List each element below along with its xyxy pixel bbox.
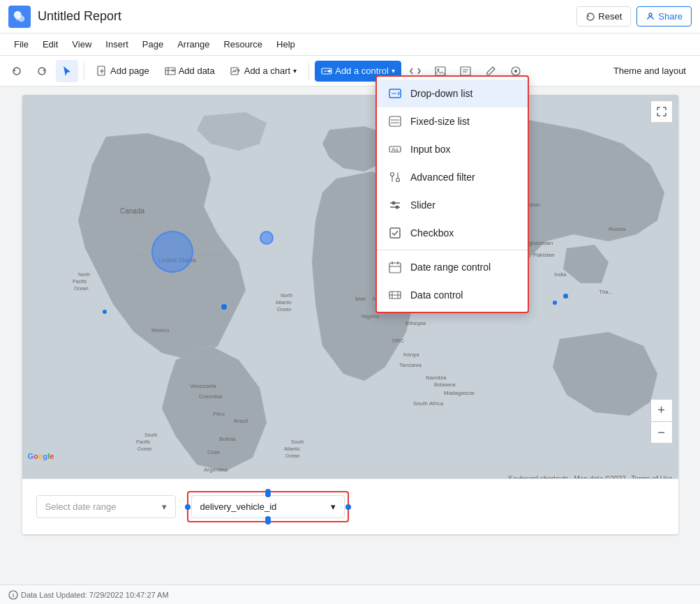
menu-resource[interactable]: Resource — [218, 36, 268, 52]
svg-text:Atlantic: Atlantic — [276, 300, 292, 305]
reset-icon — [586, 12, 595, 22]
menu-view[interactable]: View — [66, 36, 97, 52]
map-dot-3 — [553, 301, 557, 305]
svg-text:Venezuela: Venezuela — [190, 383, 216, 389]
svg-text:South: South — [291, 439, 304, 444]
date-range-arrow: ▾ — [162, 501, 167, 512]
add-data-button[interactable]: Add data — [158, 61, 221, 82]
svg-point-71 — [391, 173, 394, 176]
expand-icon — [656, 106, 667, 117]
anchor-left — [185, 504, 191, 510]
undo-button[interactable] — [6, 60, 28, 82]
menu-item-advanced-filter[interactable]: Advanced filter — [377, 163, 528, 191]
fixed-size-list-icon — [388, 114, 402, 128]
add-chart-dropdown-arrow: ▾ — [293, 67, 297, 75]
svg-point-10 — [437, 68, 439, 70]
svg-text:Pacific: Pacific — [73, 279, 87, 284]
map-expand-button[interactable] — [650, 100, 673, 123]
menu-file[interactable]: File — [8, 36, 34, 52]
select-tool-button[interactable] — [56, 60, 78, 82]
menu-item-dropdown-list[interactable]: Drop-down list — [377, 80, 528, 107]
svg-text:Brazil: Brazil — [234, 418, 248, 424]
svg-text:Mexico: Mexico — [151, 327, 170, 333]
map-dot-2 — [103, 310, 107, 314]
svg-point-72 — [396, 179, 400, 182]
menu-bar: File Edit View Insert Page Arrange Resou… — [0, 33, 700, 56]
menu-divider — [377, 250, 528, 250]
menu-page[interactable]: Page — [137, 36, 169, 52]
undo-icon — [10, 65, 23, 77]
redo-button[interactable] — [31, 60, 53, 82]
checkbox-svg-icon — [389, 227, 401, 239]
map-dot-4 — [563, 294, 568, 299]
svg-rect-5 — [165, 68, 175, 75]
svg-rect-77 — [390, 228, 400, 238]
menu-item-fixed-list[interactable]: Fixed-size list — [377, 107, 528, 135]
svg-point-13 — [514, 70, 517, 73]
svg-text:Colombia: Colombia — [199, 393, 223, 400]
zoom-in-button[interactable]: + — [650, 399, 673, 421]
canvas: Canada United States Mexico North Pacifi… — [22, 95, 678, 534]
add-page-button[interactable]: Add page — [90, 61, 156, 82]
theme-layout-button[interactable]: Theme and layout — [605, 61, 694, 80]
data-control-icon — [388, 288, 402, 302]
svg-text:DRC: DRC — [392, 338, 405, 344]
menu-item-checkbox[interactable]: Checkbox — [377, 219, 528, 247]
map-zoom-controls: + − — [650, 399, 673, 444]
add-control-dropdown-menu: Drop-down list Fixed-size list Aa Input … — [375, 75, 529, 313]
svg-text:Tha...: Tha... — [599, 289, 613, 295]
svg-text:Botswana: Botswana — [434, 382, 456, 387]
svg-rect-65 — [389, 116, 401, 126]
advanced-filter-icon — [388, 170, 402, 184]
delivery-control-wrapper: delivery_vehicle_id ▾ — [187, 491, 349, 522]
svg-text:Chile: Chile — [207, 449, 221, 455]
svg-text:India: India — [554, 271, 567, 278]
svg-rect-9 — [435, 67, 445, 75]
top-right-actions: Reset Share — [576, 6, 692, 27]
menu-edit[interactable]: Edit — [37, 36, 64, 52]
svg-text:Argentina: Argentina — [204, 467, 228, 473]
svg-point-75 — [392, 202, 396, 205]
date-range-control[interactable]: Select date range ▾ — [36, 495, 176, 518]
list-icon — [389, 115, 401, 128]
checkbox-icon — [388, 226, 402, 240]
menu-item-date-range[interactable]: Date range control — [377, 253, 528, 281]
svg-point-3 — [649, 13, 652, 16]
menu-insert[interactable]: Insert — [100, 36, 134, 52]
toolbar-divider-1 — [84, 63, 84, 80]
svg-text:South Africa: South Africa — [413, 400, 444, 407]
calendar-svg-icon — [389, 261, 401, 273]
delivery-vehicle-control[interactable]: delivery_vehicle_id ▾ — [191, 495, 345, 518]
input-icon: Aa — [389, 143, 401, 156]
share-button[interactable]: Share — [636, 6, 692, 27]
zoom-out-button[interactable]: − — [650, 421, 673, 444]
svg-text:Namibia: Namibia — [426, 375, 447, 381]
svg-text:Nigeria: Nigeria — [362, 313, 380, 319]
info-icon — [8, 590, 18, 600]
svg-rect-11 — [461, 67, 470, 75]
menu-item-input-box[interactable]: Aa Input box — [377, 135, 528, 163]
toolbar-divider-2 — [308, 63, 309, 80]
add-chart-button[interactable]: Add a chart ▾ — [224, 61, 304, 82]
menu-arrange[interactable]: Arrange — [172, 36, 215, 52]
svg-text:Ethiopia: Ethiopia — [405, 320, 426, 326]
adv-filter-icon — [389, 171, 401, 183]
menu-help[interactable]: Help — [271, 36, 301, 52]
map-dot-1 — [221, 304, 227, 310]
add-control-icon — [321, 66, 332, 77]
svg-text:Bolivia: Bolivia — [219, 436, 236, 442]
add-page-icon — [96, 66, 107, 77]
svg-text:Atlantic: Atlantic — [284, 446, 300, 451]
reset-button[interactable]: Reset — [576, 6, 631, 27]
menu-item-data-control[interactable]: Data control — [377, 281, 528, 309]
add-control-dropdown-arrow: ▾ — [392, 67, 395, 75]
svg-point-8 — [328, 70, 331, 73]
svg-rect-78 — [389, 263, 401, 273]
toolbar: Add page Add data Add a chart ▾ Add a co… — [0, 56, 700, 86]
slider-svg-icon — [389, 199, 401, 211]
svg-text:Pakistan: Pakistan — [533, 252, 555, 258]
svg-point-76 — [396, 206, 399, 209]
svg-text:Aa: Aa — [392, 146, 399, 153]
menu-item-slider[interactable]: Slider — [377, 191, 528, 219]
svg-text:North: North — [78, 272, 90, 277]
